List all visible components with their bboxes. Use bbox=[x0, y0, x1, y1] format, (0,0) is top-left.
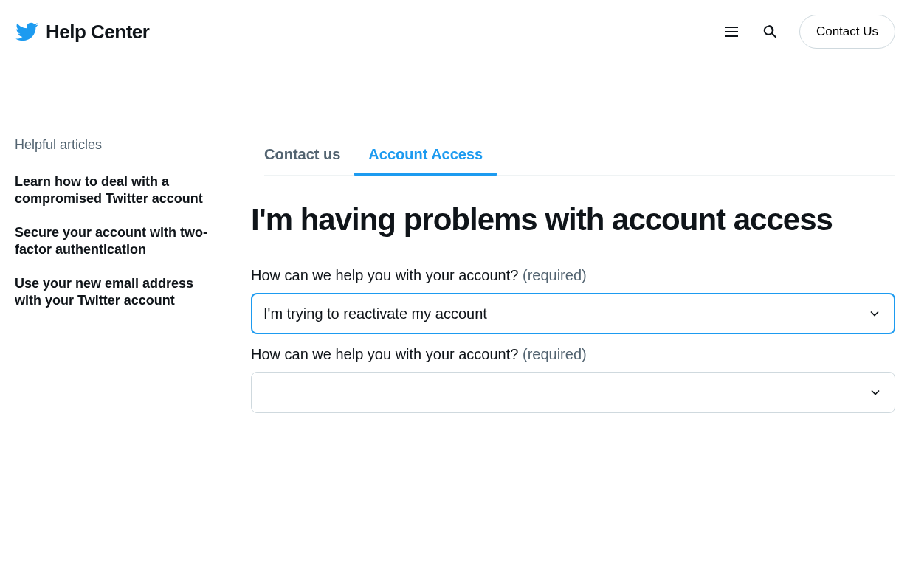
menu-icon[interactable] bbox=[723, 23, 740, 41]
help-select-1[interactable]: I'm trying to reactivate my account bbox=[251, 293, 895, 334]
article-link[interactable]: Learn how to deal with a compromised Twi… bbox=[15, 173, 221, 208]
page-body: Helpful articles Learn how to deal with … bbox=[0, 63, 910, 425]
field-label-text: How can we help you with your account? bbox=[251, 267, 518, 283]
page-title: I'm having problems with account access bbox=[251, 202, 895, 238]
field-required-text: (required) bbox=[523, 346, 587, 362]
field-required-text: (required) bbox=[523, 267, 587, 283]
breadcrumb-contact-us[interactable]: Contact us bbox=[264, 146, 340, 175]
sidebar: Helpful articles Learn how to deal with … bbox=[15, 63, 221, 425]
breadcrumb-account-access[interactable]: Account Access bbox=[368, 146, 483, 175]
header-right: Contact Us bbox=[723, 15, 895, 49]
chevron-down-icon bbox=[867, 306, 882, 321]
sidebar-heading: Helpful articles bbox=[15, 137, 221, 153]
select-value: I'm trying to reactivate my account bbox=[263, 305, 487, 322]
form-field-2: How can we help you with your account? (… bbox=[251, 346, 895, 413]
chevron-down-icon bbox=[868, 385, 883, 400]
contact-us-button[interactable]: Contact Us bbox=[799, 15, 895, 49]
article-link[interactable]: Use your new email address with your Twi… bbox=[15, 275, 221, 310]
help-center-title: Help Center bbox=[46, 21, 149, 44]
breadcrumb: Contact us Account Access bbox=[264, 146, 895, 176]
search-icon[interactable] bbox=[761, 23, 779, 41]
article-link[interactable]: Secure your account with two-factor auth… bbox=[15, 224, 221, 259]
twitter-bird-icon bbox=[15, 20, 38, 44]
form-field-1: How can we help you with your account? (… bbox=[251, 267, 895, 334]
logo-area[interactable]: Help Center bbox=[15, 20, 149, 44]
main-content: Contact us Account Access I'm having pro… bbox=[251, 63, 895, 425]
field-label: How can we help you with your account? (… bbox=[251, 267, 895, 284]
field-label-text: How can we help you with your account? bbox=[251, 346, 518, 362]
field-label: How can we help you with your account? (… bbox=[251, 346, 895, 363]
help-select-2[interactable] bbox=[251, 372, 895, 413]
header: Help Center Contact Us bbox=[0, 0, 910, 63]
